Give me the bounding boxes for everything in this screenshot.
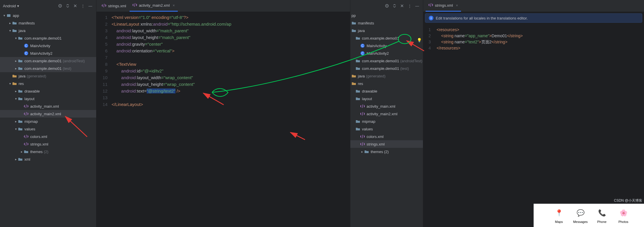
tree-activity-main[interactable]: activity_main.xml [0, 102, 96, 110]
xml-file-icon [428, 3, 433, 8]
notice-text: Edit translations for all locales in the… [436, 16, 528, 20]
tree-themes[interactable]: ▸themes(2) [0, 148, 96, 155]
mini-themes[interactable]: ▸themes (2) [350, 148, 423, 155]
watermark-text: CSDN @小天博客 [614, 198, 642, 203]
mini-strings[interactable]: strings.xml [350, 140, 423, 148]
tree-xml-folder[interactable]: ▸xml [0, 155, 96, 163]
project-tree-right[interactable]: pp manifests java com.example.demo01 CMa… [350, 12, 423, 227]
locate-icon[interactable] [57, 3, 63, 9]
tree-java-gen[interactable]: java(generated) [0, 72, 96, 80]
tab-label: activity_main2.xml [139, 3, 170, 8]
tree-app[interactable]: ▾app [0, 12, 96, 19]
app-messages[interactable]: 💬Messages [573, 207, 588, 224]
project-tree-left[interactable]: ▾app ▸manifests ▾java ▾com.example.demo0… [0, 12, 96, 227]
code-body[interactable]: <?xml version="1.0" encoding="utf-8"?><L… [112, 12, 350, 227]
mini-java-gen[interactable]: java(generated) [350, 72, 423, 80]
mini-activity-main2[interactable]: activity_main2.xml [350, 110, 423, 118]
app-photos[interactable]: 🌸Photos [616, 207, 631, 224]
tree-mainactivity2[interactable]: CMainActivity2 [0, 49, 96, 57]
tab-label: strings.xml [108, 4, 126, 8]
tree-mainactivity[interactable]: CMainActivity [0, 42, 96, 49]
mini-mainactivity2[interactable]: CMainActivity2 [350, 49, 423, 57]
locate-icon[interactable] [384, 3, 390, 9]
tree-pkg-androidtest[interactable]: ▸com.example.demo01(androidTest) [0, 57, 96, 65]
tab-strings-xml[interactable]: strings.xml [99, 0, 129, 12]
tree-java[interactable]: ▾java [0, 27, 96, 34]
minimize-icon[interactable]: — [87, 3, 93, 9]
tree-strings-xml[interactable]: strings.xml [0, 140, 96, 148]
mini-java[interactable]: java [350, 27, 423, 34]
expand-icon[interactable] [65, 3, 71, 9]
mini-manifests[interactable]: manifests [350, 19, 423, 27]
tree-res[interactable]: ▾res [0, 80, 96, 87]
project-view-label: Android [3, 4, 16, 8]
svg-point-1 [60, 6, 61, 6]
app-phone[interactable]: 📞Phone [595, 207, 609, 224]
tree-values[interactable]: ▾values [0, 125, 96, 133]
close-icon[interactable] [399, 3, 405, 9]
tree-mipmap[interactable]: ▸mipmap [0, 118, 96, 125]
mini-mainactivity[interactable]: CMainActivity [350, 42, 423, 49]
mini-layout[interactable]: layout [350, 95, 423, 102]
mini-values[interactable]: values [350, 125, 423, 133]
tab-label: strings.xml [435, 3, 453, 8]
tree-pkg[interactable]: ▾com.example.demo01 [0, 34, 96, 42]
code-editor-strings[interactable]: 1234 <resources> <string name="app_name"… [423, 24, 644, 51]
close-icon[interactable] [72, 3, 78, 9]
editor-tabs-left: strings.xml activity_main2.xml × [96, 0, 350, 12]
svg-text:C: C [361, 52, 363, 55]
project-view-dropdown[interactable]: Android ▾ [3, 4, 19, 8]
emulator-app-icons: 📍Maps 💬Messages 📞Phone 🌸Photos [552, 207, 631, 224]
svg-text:C: C [361, 44, 363, 47]
code-body[interactable]: <resources> <string name="app_name">Demo… [435, 24, 644, 51]
app-maps[interactable]: 📍Maps [552, 207, 566, 224]
tree-label: app [13, 13, 19, 18]
more-icon[interactable]: ⋮ [407, 3, 412, 9]
tree-manifests[interactable]: ▸manifests [0, 19, 96, 27]
minimize-icon[interactable]: — [414, 3, 420, 9]
mini-pkg[interactable]: com.example.demo01 [350, 34, 423, 42]
expand-icon[interactable] [392, 3, 397, 9]
mini-pkg-androidtest[interactable]: com.example.demo01(androidTest) [350, 57, 423, 65]
editor-gutter: 1234 5678 9101112 1314 [96, 12, 112, 227]
svg-text:C: C [25, 52, 27, 55]
tree-colors-xml[interactable]: colors.xml [0, 133, 96, 140]
mini-res[interactable]: res [350, 80, 423, 87]
tab-close-icon[interactable]: × [173, 3, 175, 8]
code-editor-main[interactable]: 1234 5678 9101112 1314 <?xml version="1.… [96, 12, 350, 227]
mini-pkg-test[interactable]: com.example.demo01(test) [350, 65, 423, 72]
tree-drawable[interactable]: ▸drawable [0, 87, 96, 95]
more-icon[interactable]: ⋮ [80, 3, 86, 9]
info-icon: i [429, 16, 433, 20]
mini-drawable[interactable]: drawable [350, 87, 423, 95]
xml-file-icon [132, 3, 137, 8]
xml-file-icon [102, 3, 106, 9]
tab-close-icon[interactable]: × [456, 3, 458, 8]
svg-text:C: C [25, 44, 27, 47]
tree-activity-main2[interactable]: activity_main2.xml [0, 110, 96, 118]
mini-mipmap[interactable]: mipmap [350, 118, 423, 125]
editor-gutter: 1234 [423, 24, 435, 51]
chevron-down-icon: ▾ [17, 4, 19, 8]
tree-layout[interactable]: ▾layout [0, 95, 96, 102]
mini-activity-main[interactable]: activity_main.xml [350, 102, 423, 110]
intention-bulb-icon[interactable]: 💡 [417, 37, 422, 43]
tree-pkg-test[interactable]: ▸com.example.demo01(test) [0, 65, 96, 72]
editor-tabs-right: strings.xml × [423, 0, 644, 12]
tab-activity-main2[interactable]: activity_main2.xml × [130, 0, 178, 12]
mini-app[interactable]: pp [350, 12, 423, 19]
mini-colors[interactable]: colors.xml [350, 133, 423, 140]
svg-rect-2 [7, 14, 10, 17]
tab-strings-right[interactable]: strings.xml × [426, 0, 461, 12]
svg-point-8 [387, 6, 388, 6]
translations-notice[interactable]: i Edit translations for all locales in t… [425, 13, 642, 23]
